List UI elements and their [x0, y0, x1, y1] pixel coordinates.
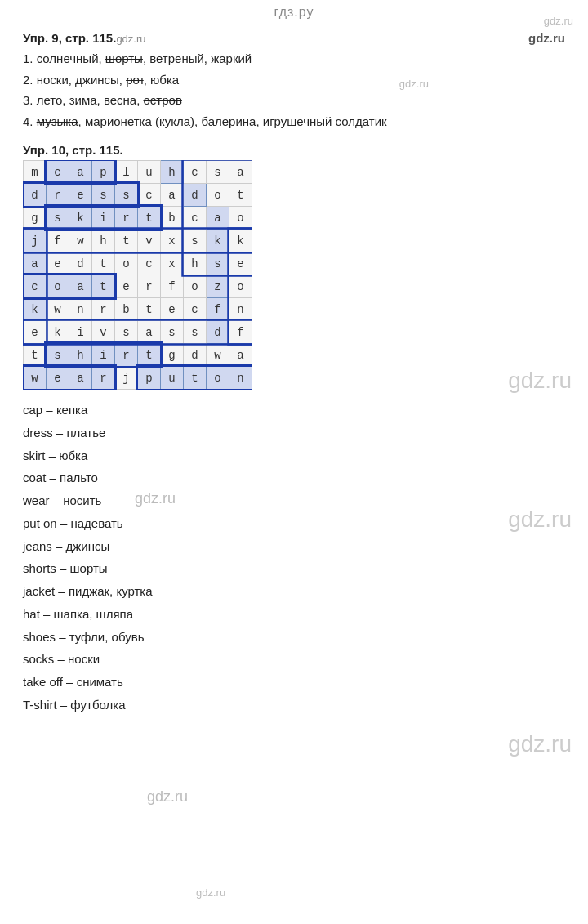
puzzle-cell: n — [69, 298, 92, 321]
word-list-item: jacket – пиджак, куртка — [23, 580, 565, 603]
word-russian: надевать — [70, 516, 122, 530]
puzzle-cell: a — [24, 252, 47, 275]
word-english: jeans — [23, 539, 52, 553]
puzzle-cell: t — [92, 275, 115, 298]
exercise-10-title: Упр. 10, стр. 115. — [23, 143, 565, 157]
word-list-item: dress – платье — [23, 422, 565, 444]
puzzle-cell: h — [184, 252, 207, 275]
word-russian: футболка — [70, 698, 125, 712]
watermark-4: gdz.ru — [508, 368, 572, 394]
puzzle-cell: w — [24, 367, 47, 390]
puzzle-wrapper: mcapluhcsadresscadotgskirtbcaojfwhtvxskk… — [23, 160, 252, 390]
word-russian: носки — [68, 652, 100, 666]
puzzle-cell: t — [138, 207, 161, 230]
puzzle-cell: r — [92, 298, 115, 321]
puzzle-cell: t — [229, 184, 252, 207]
line2-num: 2. — [23, 73, 37, 87]
word-english: shoes — [23, 630, 56, 644]
word-russian: туфли, обувь — [69, 630, 145, 644]
puzzle-cell: e — [161, 298, 184, 321]
puzzle-cell: n — [229, 367, 252, 390]
line4-rest: , марионетка (кукла), балерина, игрушечн… — [78, 114, 387, 128]
word-english: cap — [23, 403, 42, 417]
puzzle-cell: w — [47, 298, 69, 321]
puzzle-cell: d — [207, 321, 229, 344]
puzzle-cell: o — [115, 252, 138, 275]
word-list-item: take off – снимать — [23, 671, 565, 694]
word-list-item: socks – носки — [23, 648, 565, 671]
exercise-9-lines: 1. солнечный, шорты, ветреный, жаркий 2.… — [23, 48, 565, 132]
word-list-item: cap – кепка — [23, 399, 565, 422]
word-list: cap – кепкаdress – платьеskirt – юбкаcoa… — [23, 399, 565, 716]
exercise-9-section: Упр. 9, стр. 115.gdz.ru gdz.ru 1. солнеч… — [23, 31, 565, 132]
word-list-item: T-shirt – футболка — [23, 694, 565, 716]
puzzle-cell: s — [207, 161, 229, 184]
puzzle-cell: s — [184, 321, 207, 344]
word-list-item: wear – носить — [23, 489, 565, 512]
word-english: put on — [23, 516, 57, 530]
puzzle-cell: t — [92, 252, 115, 275]
word-russian: юбка — [59, 449, 87, 462]
word-english: dress — [23, 426, 53, 440]
puzzle-cell: s — [92, 184, 115, 207]
line3-text: лето, зима, весна, — [37, 93, 144, 107]
puzzle-cell: v — [138, 230, 161, 252]
puzzle-cell: k — [229, 230, 252, 252]
exercise-9-gdz: gdz.ru — [116, 33, 145, 45]
puzzle-cell: a — [229, 161, 252, 184]
word-english: jacket — [23, 584, 55, 598]
line1-strike: шорты — [105, 51, 143, 65]
puzzle-cell: t — [115, 230, 138, 252]
puzzle-cell: w — [207, 344, 229, 367]
puzzle-cell: k — [69, 207, 92, 230]
puzzle-cell: e — [229, 252, 252, 275]
puzzle-cell: f — [229, 321, 252, 344]
exercise-9-line-1: 1. солнечный, шорты, ветреный, жаркий — [23, 48, 565, 69]
puzzle-cell: s — [161, 321, 184, 344]
puzzle-cell: v — [92, 321, 115, 344]
puzzle-cell: s — [184, 230, 207, 252]
word-russian: шапка, шляпа — [54, 607, 133, 621]
puzzle-cell: k — [47, 321, 69, 344]
watermark-5: gdz.ru — [135, 490, 176, 507]
puzzle-grid: mcapluhcsadresscadotgskirtbcaojfwhtvxskk… — [23, 160, 252, 390]
puzzle-cell: o — [229, 207, 252, 230]
puzzle-cell: h — [161, 161, 184, 184]
puzzle-cell: a — [207, 207, 229, 230]
puzzle-cell: a — [138, 321, 161, 344]
puzzle-cell: s — [47, 207, 69, 230]
word-russian: носить — [63, 493, 101, 507]
watermark-2: gdz.ru — [399, 78, 429, 90]
line1-rest: , ветреный, жаркий — [143, 51, 252, 65]
watermark-8: gdz.ru — [147, 788, 188, 806]
word-english: skirt — [23, 449, 46, 462]
puzzle-cell: b — [115, 298, 138, 321]
watermark-1: gdz.ru — [544, 15, 573, 27]
puzzle-cell: r — [47, 184, 69, 207]
puzzle-cell: r — [138, 275, 161, 298]
line1-text: солнечный, — [37, 51, 105, 65]
puzzle-cell: k — [24, 298, 47, 321]
puzzle-cell: h — [69, 344, 92, 367]
puzzle-cell: z — [207, 275, 229, 298]
puzzle-cell: f — [207, 298, 229, 321]
puzzle-cell: e — [24, 321, 47, 344]
watermark-7: gdz.ru — [508, 731, 572, 757]
puzzle-cell: i — [92, 344, 115, 367]
puzzle-cell: i — [69, 321, 92, 344]
puzzle-cell: w — [69, 230, 92, 252]
puzzle-cell: a — [69, 275, 92, 298]
word-russian: пальто — [60, 471, 98, 484]
puzzle-cell: a — [69, 161, 92, 184]
puzzle-cell: o — [207, 184, 229, 207]
puzzle-cell: l — [115, 161, 138, 184]
puzzle-cell: f — [161, 275, 184, 298]
puzzle-cell: d — [24, 184, 47, 207]
puzzle-cell: c — [47, 161, 69, 184]
puzzle-cell: j — [115, 367, 138, 390]
puzzle-cell: r — [115, 344, 138, 367]
puzzle-cell: e — [115, 275, 138, 298]
puzzle-cell: e — [69, 184, 92, 207]
puzzle-cell: a — [161, 184, 184, 207]
word-russian: джинсы — [66, 539, 110, 553]
